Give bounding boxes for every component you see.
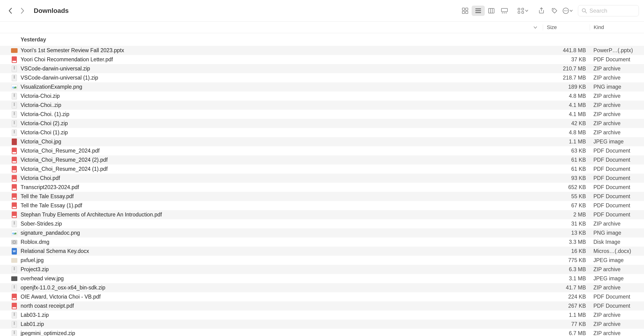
pdf-icon	[11, 166, 18, 173]
file-row[interactable]: Victoria-Choi (1).zip4.8 MBZIP archive	[0, 128, 644, 137]
more-button[interactable]	[561, 5, 574, 16]
share-button[interactable]	[535, 5, 548, 16]
svg-point-20	[564, 10, 565, 11]
file-kind: PNG image	[590, 230, 644, 236]
file-row[interactable]: Project3.zip6.3 MBZIP archive	[0, 265, 644, 274]
file-icon-cell	[0, 312, 20, 319]
file-row[interactable]: Stephan Truby Elements of Architecture A…	[0, 210, 644, 219]
file-row[interactable]: Victoria Choi.pdf93 KBPDF Document	[0, 174, 644, 183]
file-icon-cell	[0, 102, 20, 109]
file-row[interactable]: Victoria_Choi_Resume_2024 (1).pdf61 KBPD…	[0, 164, 644, 174]
file-icon-cell	[0, 248, 20, 255]
file-row[interactable]: Sober-Strides.zip31 KBZIP archive	[0, 219, 644, 228]
file-icon-cell	[0, 111, 20, 118]
zip-icon	[11, 284, 18, 291]
file-icon-cell	[0, 166, 20, 173]
svg-rect-1	[466, 8, 468, 10]
search-field[interactable]	[578, 5, 639, 16]
pdf-icon	[11, 184, 18, 191]
list-view-button[interactable]	[472, 5, 485, 16]
pptx-icon	[11, 47, 18, 54]
size-column-header[interactable]: Size	[543, 24, 590, 30]
svg-rect-3	[466, 11, 468, 13]
chevron-right-icon	[20, 7, 24, 14]
file-row[interactable]: overhead view.jpg3.1 MBJPEG image	[0, 274, 644, 283]
file-row[interactable]: Yoori Choi Recommendation Letter.pdf37 K…	[0, 55, 644, 64]
name-column-header[interactable]	[0, 25, 543, 29]
file-kind: ZIP archive	[590, 120, 644, 127]
file-row[interactable]: VSCode-darwin-universal (1).zip218.7 MBZ…	[0, 73, 644, 82]
file-row[interactable]: VisualizationExample.png189 KBPNG image	[0, 82, 644, 91]
file-icon-cell	[0, 175, 20, 182]
file-row[interactable]: Victoria-Choi. (1).zip4.1 MBZIP archive	[0, 110, 644, 119]
file-icon-cell	[0, 220, 20, 227]
file-list[interactable]: Yesterday Yoori's 1st Semester Review Fa…	[0, 33, 644, 336]
file-size: 4.8 MB	[543, 129, 590, 136]
pdf-icon	[11, 211, 18, 218]
file-row[interactable]: Victoria_Choi_Resume_2024.pdf63 KBPDF Do…	[0, 146, 644, 155]
file-icon-cell	[0, 294, 20, 301]
file-size: 267 KB	[543, 303, 590, 309]
tags-button[interactable]	[548, 5, 561, 16]
file-row[interactable]: jpegmini_optimized.zip6.7 MBZIP archive	[0, 329, 644, 336]
file-kind: ZIP archive	[590, 221, 644, 227]
file-name: Lab03-1.zip	[20, 312, 543, 318]
file-row[interactable]: north coast receipt.pdf267 KBPDF Documen…	[0, 301, 644, 311]
gallery-view-button[interactable]	[498, 5, 511, 16]
file-row[interactable]: Yoori's 1st Semester Review Fall 2023.pp…	[0, 46, 644, 55]
png-icon	[11, 230, 18, 237]
column-headers: Size Kind	[0, 21, 644, 33]
file-icon-cell	[0, 56, 20, 63]
file-row[interactable]: Victoria_Choi_Resume_2024 (2).pdf61 KBPD…	[0, 155, 644, 164]
file-row[interactable]: Tell the Tale Essay (1).pdf67 KBPDF Docu…	[0, 201, 644, 210]
file-row[interactable]: pxfuel.jpg775 KBJPEG image	[0, 256, 644, 265]
file-icon-cell	[0, 93, 20, 100]
file-row[interactable]: Victoria-Choi..zip4.1 MBZIP archive	[0, 101, 644, 110]
file-name: Victoria_Choi_Resume_2024 (1).pdf	[20, 166, 543, 172]
svg-rect-17	[522, 11, 524, 13]
file-size: 55 KB	[543, 193, 590, 200]
file-kind: PNG image	[590, 84, 644, 90]
pdf-icon	[11, 147, 18, 154]
forward-button[interactable]	[17, 5, 28, 16]
file-icon-cell	[0, 47, 20, 54]
file-size: 67 KB	[543, 202, 590, 209]
file-size: 6.3 MB	[543, 266, 590, 273]
file-kind: PDF Document	[590, 202, 644, 209]
file-row[interactable]: Tell the Tale Essay.pdf55 KBPDF Document	[0, 192, 644, 201]
search-input[interactable]	[590, 7, 627, 14]
column-view-button[interactable]	[485, 5, 498, 16]
file-icon-cell	[0, 184, 20, 191]
file-row[interactable]: Victoria-Choi (2).zip42 KBZIP archive	[0, 119, 644, 128]
toolbar: Downloads	[0, 0, 644, 21]
file-row[interactable]: Lab01.zip77 KBZIP archive	[0, 320, 644, 329]
kind-column-header[interactable]: Kind	[590, 24, 644, 30]
file-row[interactable]: Transcript2023-2024.pdf652 KBPDF Documen…	[0, 183, 644, 192]
file-icon-cell	[0, 129, 20, 136]
group-by-button[interactable]	[515, 5, 531, 16]
file-row[interactable]: Relational Schema Key.docx16 KBMicros…(.…	[0, 247, 644, 256]
file-kind: PDF Document	[590, 148, 644, 154]
back-button[interactable]	[5, 5, 16, 16]
file-kind: ZIP archive	[590, 75, 644, 81]
file-row[interactable]: Roblox.dmg3.3 MBDisk Image	[0, 238, 644, 247]
file-row[interactable]: VSCode-darwin-universal.zip210.7 MBZIP a…	[0, 64, 644, 73]
file-size: 16 KB	[543, 248, 590, 254]
file-size: 61 KB	[543, 166, 590, 172]
rows-container: Yoori's 1st Semester Review Fall 2023.pp…	[0, 46, 644, 336]
icon-view-button[interactable]	[458, 5, 472, 16]
group-header: Yesterday	[0, 33, 644, 46]
file-row[interactable]: openjfx-11.0.2_osx-x64_bin-sdk.zip41.7 M…	[0, 283, 644, 292]
file-row[interactable]: Victoria-Choi.zip4.8 MBZIP archive	[0, 91, 644, 101]
file-row[interactable]: OIE Award, Victoria Choi - VB.pdf224 KBP…	[0, 292, 644, 301]
file-name: VSCode-darwin-universal (1).zip	[20, 75, 543, 81]
file-size: 3.3 MB	[543, 239, 590, 245]
file-name: Lab01.zip	[20, 321, 543, 327]
file-icon-cell	[0, 147, 20, 154]
file-row[interactable]: Victoria_Choi.jpg1.1 MBJPEG image	[0, 137, 644, 146]
file-row[interactable]: signature_pandadoc.png13 KBPNG image	[0, 228, 644, 238]
file-size: 2 MB	[543, 212, 590, 218]
file-kind: ZIP archive	[590, 312, 644, 318]
file-row[interactable]: Lab03-1.zip1.1 MBZIP archive	[0, 311, 644, 320]
chevron-down-icon	[570, 9, 573, 12]
